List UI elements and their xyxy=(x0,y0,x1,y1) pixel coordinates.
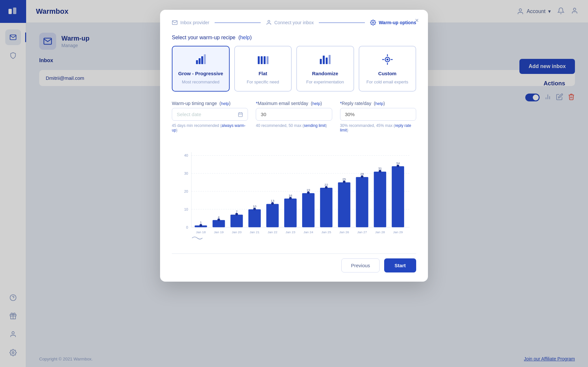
reply-rate-label: *Reply rate/day (help) xyxy=(340,101,416,106)
svg-rect-56 xyxy=(231,215,243,227)
svg-text:25: 25 xyxy=(342,177,346,181)
svg-text:Jan 25: Jan 25 xyxy=(321,230,331,234)
svg-text:Jan 26: Jan 26 xyxy=(339,230,349,234)
svg-rect-52 xyxy=(213,220,225,227)
step-inbox-provider: Inbox provider xyxy=(172,20,209,26)
randomize-icon xyxy=(318,53,332,67)
svg-rect-25 xyxy=(326,58,328,64)
recipe-card-grow[interactable]: Grow - Progressive Most recommanded xyxy=(172,46,230,92)
svg-text:Jan 22: Jan 22 xyxy=(268,230,277,234)
svg-point-78 xyxy=(325,186,328,189)
svg-point-82 xyxy=(343,181,346,183)
recipe-card-randomize[interactable]: Randomize For experimentation xyxy=(296,46,354,92)
svg-text:10: 10 xyxy=(184,207,188,211)
svg-text:10: 10 xyxy=(253,204,257,208)
svg-point-66 xyxy=(271,202,274,205)
svg-text:31: 31 xyxy=(378,166,382,170)
svg-text:7: 7 xyxy=(236,210,238,213)
max-email-help-link[interactable]: help xyxy=(312,101,320,106)
recipe-help-link[interactable]: help xyxy=(240,35,250,40)
start-button[interactable]: Start xyxy=(384,258,416,272)
svg-rect-72 xyxy=(302,193,315,227)
svg-point-50 xyxy=(200,224,202,227)
flat-icon xyxy=(256,53,270,67)
recipe-card-flat[interactable]: Flat For specific need xyxy=(234,46,292,92)
step-line-1 xyxy=(215,23,261,23)
svg-text:Jan 18: Jan 18 xyxy=(196,230,206,234)
timing-help-link[interactable]: help xyxy=(221,101,229,106)
svg-text:Jan 20: Jan 20 xyxy=(232,230,242,234)
warmup-chart: 0 10 20 30 40 1 Jan 18 4 Jan 19 7 xyxy=(172,142,416,247)
svg-rect-84 xyxy=(356,177,368,227)
reply-rate-group: *Reply rate/day (help) 30% 30% recommand… xyxy=(340,101,416,132)
svg-text:30: 30 xyxy=(184,171,188,175)
svg-rect-76 xyxy=(320,188,333,227)
svg-text:40: 40 xyxy=(184,153,188,157)
svg-point-70 xyxy=(289,197,292,200)
max-email-group: *Maximum email sent/day (help) 30 40 rec… xyxy=(256,101,332,132)
svg-text:Jan 28: Jan 28 xyxy=(375,230,385,234)
svg-rect-17 xyxy=(201,56,203,64)
recipe-card-custom[interactable]: Custom For cold email experts xyxy=(359,46,416,92)
timing-label: Warm-up timing range (help) xyxy=(172,101,248,106)
always-warmup-link[interactable]: always warm-up xyxy=(172,123,245,132)
recipe-title-text: Select your warm-up recipe xyxy=(172,35,236,40)
svg-rect-20 xyxy=(261,56,263,64)
reply-rate-input[interactable]: 30% xyxy=(340,108,416,121)
svg-point-13 xyxy=(268,20,270,22)
step-warmup-options-label: Warm-up options xyxy=(379,20,416,25)
svg-text:34: 34 xyxy=(396,161,400,165)
step-line-2 xyxy=(319,23,365,23)
timing-group: Warm-up timing range (help) Select date … xyxy=(172,101,248,132)
reply-rate-help-link[interactable]: help xyxy=(375,101,384,106)
chart-area: 0 10 20 30 40 1 Jan 18 4 Jan 19 7 xyxy=(172,139,416,248)
svg-text:19: 19 xyxy=(306,188,310,192)
svg-text:20: 20 xyxy=(184,189,188,193)
svg-rect-80 xyxy=(338,183,351,227)
svg-point-32 xyxy=(386,59,388,61)
reply-rate-limit-link[interactable]: reply rate limit xyxy=(340,123,411,132)
randomize-name: Randomize xyxy=(312,71,338,76)
max-email-input[interactable]: 30 xyxy=(256,108,332,121)
svg-text:Jan 19: Jan 19 xyxy=(214,230,224,234)
modal-close-button[interactable]: × xyxy=(412,16,421,25)
recipe-grid: Grow - Progressive Most recommanded Flat… xyxy=(172,46,416,92)
svg-point-62 xyxy=(253,208,256,210)
svg-rect-15 xyxy=(196,60,198,64)
previous-button[interactable]: Previous xyxy=(341,258,379,272)
timing-input[interactable]: Select date xyxy=(172,108,248,121)
svg-text:0: 0 xyxy=(186,225,188,229)
svg-rect-24 xyxy=(323,56,325,64)
svg-text:Jan 23: Jan 23 xyxy=(286,230,295,234)
step-connect-inbox-label: Connect your inbox xyxy=(274,20,314,25)
recipe-section-title: Select your warm-up recipe (help) xyxy=(172,35,416,41)
grow-sub: Most recommanded xyxy=(182,79,220,84)
max-email-label: *Maximum email sent/day (help) xyxy=(256,101,332,106)
modal-stepper: Inbox provider Connect your inbox Warm-u… xyxy=(172,20,416,26)
custom-icon xyxy=(381,53,394,67)
svg-text:Jan 21: Jan 21 xyxy=(250,230,259,234)
svg-point-86 xyxy=(361,175,363,178)
modal-overlay: × Inbox provider Connect your inbox xyxy=(0,0,588,367)
sending-limit-link[interactable]: sending limit xyxy=(304,123,326,128)
timing-hint: 45 days min recommended (always warm-up) xyxy=(172,123,248,132)
svg-text:Jan 24: Jan 24 xyxy=(303,230,313,234)
svg-text:16: 16 xyxy=(288,194,292,197)
warmup-modal: × Inbox provider Connect your inbox xyxy=(160,10,428,282)
svg-point-58 xyxy=(235,213,238,216)
custom-name: Custom xyxy=(378,71,397,76)
grow-icon xyxy=(194,53,207,67)
svg-text:4: 4 xyxy=(218,215,220,219)
svg-text:Jan 27: Jan 27 xyxy=(357,230,367,234)
svg-text:22: 22 xyxy=(324,183,328,186)
svg-rect-64 xyxy=(266,204,279,227)
svg-rect-33 xyxy=(238,113,242,116)
svg-text:28: 28 xyxy=(360,172,364,176)
svg-point-14 xyxy=(372,22,374,24)
reply-rate-hint: 30% recommanded, 45% max (reply rate lim… xyxy=(340,123,416,132)
flat-name: Flat xyxy=(258,71,267,76)
svg-text:13: 13 xyxy=(271,199,275,202)
svg-point-74 xyxy=(307,191,310,194)
flat-sub: For specific need xyxy=(247,79,279,84)
svg-rect-19 xyxy=(258,56,260,64)
